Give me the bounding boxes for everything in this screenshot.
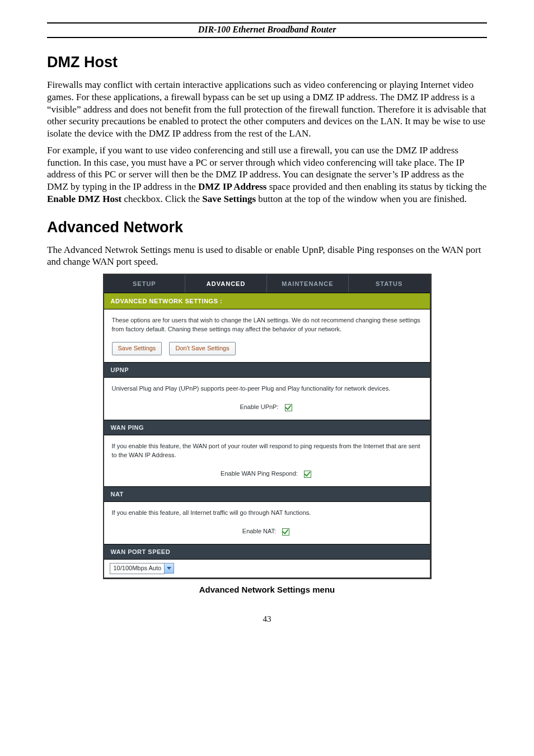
- dmz-paragraph-2: For example, if you want to use video co…: [47, 144, 487, 205]
- router-screenshot: SETUP ADVANCED MAINTENANCE STATUS ADVANC…: [103, 274, 432, 579]
- top-tabs: SETUP ADVANCED MAINTENANCE STATUS: [104, 275, 430, 293]
- page-root: DIR-100 Ethernet Broadband Router DMZ Ho…: [0, 0, 534, 658]
- button-row: Save Settings Don't Save Settings: [112, 342, 422, 355]
- enable-upnp-checkbox[interactable]: [285, 404, 292, 411]
- wan-port-speed-band: WAN PORT SPEED: [104, 544, 430, 559]
- bold-save-settings: Save Settings: [202, 194, 256, 204]
- bold-enable-dmz-host: Enable DMZ Host: [47, 194, 121, 204]
- wan-ping-text: If you enable this feature, the WAN port…: [112, 442, 422, 460]
- heading-advanced-network: Advanced Network: [47, 219, 487, 236]
- wan-port-speed-select[interactable]: 10/100Mbps Auto: [110, 563, 175, 574]
- heading-dmz-host: DMZ Host: [47, 54, 487, 71]
- text-fragment: checkbox. Click the: [121, 194, 202, 204]
- page-header: DIR-100 Ethernet Broadband Router: [47, 25, 487, 38]
- figure-caption: Advanced Network Settings menu: [47, 585, 487, 594]
- upnp-panel: Universal Plug and Play (UPnP) supports …: [104, 377, 430, 420]
- upnp-label: Enable UPnP:: [240, 403, 278, 410]
- tab-maintenance[interactable]: MAINTENANCE: [267, 275, 349, 293]
- tab-setup[interactable]: SETUP: [104, 275, 186, 293]
- enable-wan-ping-checkbox[interactable]: [304, 471, 311, 478]
- wan-ping-row: Enable WAN Ping Respond:: [112, 469, 422, 480]
- wan-port-speed-value: 10/100Mbps Auto: [110, 563, 165, 574]
- wan-port-speed-panel: 10/100Mbps Auto: [104, 559, 430, 577]
- chevron-down-icon: [164, 563, 174, 574]
- nat-label: Enable NAT:: [242, 528, 276, 534]
- header-rule-top: [47, 22, 487, 24]
- intro-text: These options are for users that wish to…: [112, 316, 422, 334]
- nat-row: Enable NAT:: [112, 527, 422, 537]
- wan-ping-label: Enable WAN Ping Respond:: [221, 470, 298, 477]
- save-settings-button[interactable]: Save Settings: [112, 342, 162, 355]
- nat-text: If you enable this feature, all Internet…: [112, 509, 422, 518]
- wan-ping-band: WAN PING: [104, 420, 430, 435]
- nat-band: NAT: [104, 486, 430, 501]
- wan-ping-panel: If you enable this feature, the WAN port…: [104, 435, 430, 486]
- text-fragment: button at the top of the window when you…: [256, 194, 467, 204]
- dmz-paragraph-1: Firewalls may conflict with certain inte…: [47, 79, 487, 140]
- intro-panel: These options are for users that wish to…: [104, 309, 430, 362]
- bold-dmz-ip-address: DMZ IP Address: [198, 181, 267, 192]
- dont-save-settings-button[interactable]: Don't Save Settings: [169, 342, 235, 355]
- nat-panel: If you enable this feature, all Internet…: [104, 501, 430, 544]
- upnp-band: UPNP: [104, 362, 430, 377]
- upnp-text: Universal Plug and Play (UPnP) supports …: [112, 384, 422, 393]
- section-title-band: ADVANCED NETWORK SETTINGS :: [104, 293, 430, 309]
- enable-nat-checkbox[interactable]: [282, 528, 289, 536]
- tab-advanced[interactable]: ADVANCED: [185, 275, 267, 293]
- tab-status[interactable]: STATUS: [349, 275, 430, 293]
- advanced-intro: The Advanced Netwrok Settings menu is us…: [47, 244, 487, 269]
- upnp-row: Enable UPnP:: [112, 402, 422, 413]
- text-fragment: space provided and then enabling its sta…: [266, 181, 486, 192]
- page-number: 43: [47, 614, 487, 624]
